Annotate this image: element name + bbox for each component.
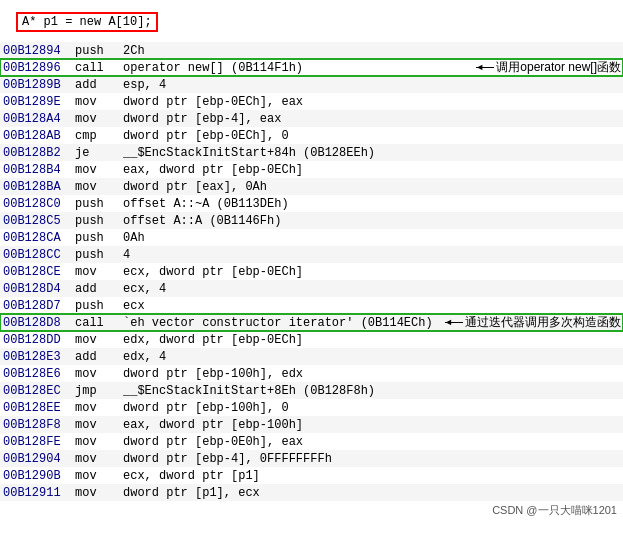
cell-addr: 00B1290B (0, 467, 72, 484)
cell-mnemonic: call (72, 59, 120, 76)
cell-operands: 0Ah (120, 229, 623, 246)
cell-addr: 00B128E6 (0, 365, 72, 382)
table-row: 00B128ECjmp__$EncStackInitStart+8Eh (0B1… (0, 382, 623, 399)
cell-mnemonic: add (72, 280, 120, 297)
cell-mnemonic: push (72, 195, 120, 212)
cell-operands: dword ptr [ebp-4], eax (120, 110, 623, 127)
cell-operands: 4 (120, 246, 623, 263)
cell-operands: dword ptr [ebp-0ECh], eax (120, 93, 623, 110)
cell-mnemonic: push (72, 297, 120, 314)
annotation2-text: 通过迭代器调用多次构造函数 (465, 314, 621, 331)
table-row: 00B128F8moveax, dword ptr [ebp-100h] (0, 416, 623, 433)
table-row: 00B12894push2Ch (0, 42, 623, 59)
table-row: 00B128ABcmpdword ptr [ebp-0ECh], 0 (0, 127, 623, 144)
cell-mnemonic: mov (72, 450, 120, 467)
cell-addr: 00B12911 (0, 484, 72, 501)
cell-operands: dword ptr [ebp-100h], 0 (120, 399, 623, 416)
cell-addr: 00B128BA (0, 178, 72, 195)
cell-mnemonic: push (72, 42, 120, 59)
cell-mnemonic: mov (72, 365, 120, 382)
cell-operands: ecx, dword ptr [p1] (120, 467, 623, 484)
table-row: 00B128CCpush4 (0, 246, 623, 263)
cell-addr: 00B12896 (0, 59, 72, 76)
cell-operands: eax, dword ptr [ebp-0ECh] (120, 161, 623, 178)
table-row: 00B128BAmovdword ptr [eax], 0Ah (0, 178, 623, 195)
annotation-call-new: ◄ 调用operator new[]函数 (476, 59, 621, 76)
table-row: 00B128B4moveax, dword ptr [ebp-0ECh] (0, 161, 623, 178)
cell-mnemonic: push (72, 246, 120, 263)
cell-mnemonic: mov (72, 399, 120, 416)
cell-operands: eax, dword ptr [ebp-100h] (120, 416, 623, 433)
cell-mnemonic: add (72, 76, 120, 93)
cell-addr: 00B128E3 (0, 348, 72, 365)
cell-operands: dword ptr [ebp-100h], edx (120, 365, 623, 382)
cell-addr: 00B128EC (0, 382, 72, 399)
cell-mnemonic: mov (72, 263, 120, 280)
table-row: 00B128B2je__$EncStackInitStart+84h (0B12… (0, 144, 623, 161)
asm-listing: 00B12894push2Ch00B12896calloperator new[… (0, 42, 623, 501)
cell-operands: edx, 4 (120, 348, 623, 365)
cell-mnemonic: mov (72, 433, 120, 450)
cell-addr: 00B12894 (0, 42, 72, 59)
cell-operands: dword ptr [eax], 0Ah (120, 178, 623, 195)
cell-operands: dword ptr [p1], ecx (120, 484, 623, 501)
cell-operands: esp, 4 (120, 76, 623, 93)
cell-mnemonic: push (72, 212, 120, 229)
cell-operands: dword ptr [ebp-0E0h], eax (120, 433, 623, 450)
table-row: 00B128D4addecx, 4 (0, 280, 623, 297)
cell-operands: 2Ch (120, 42, 623, 59)
table-row: 00B128DDmovedx, dword ptr [ebp-0ECh] (0, 331, 623, 348)
annotation-iterator: ◄ 通过迭代器调用多次构造函数 (445, 314, 621, 331)
cell-addr: 00B128B4 (0, 161, 72, 178)
table-row: 00B128C5pushoffset A::A (0B1146Fh) (0, 212, 623, 229)
table-row: 00B128CEmovecx, dword ptr [ebp-0ECh] (0, 263, 623, 280)
cell-addr: 00B1289B (0, 76, 72, 93)
cell-operands: offset A::~A (0B113DEh) (120, 195, 623, 212)
cell-operands: __$EncStackInitStart+84h (0B128EEh) (120, 144, 623, 161)
cell-addr: 00B128A4 (0, 110, 72, 127)
main-container: A* p1 = new A[10]; 00B12894push2Ch00B128… (0, 0, 623, 522)
cell-operands: offset A::A (0B1146Fh) (120, 212, 623, 229)
table-row: 00B128A4movdword ptr [ebp-4], eax (0, 110, 623, 127)
cell-addr: 00B128C0 (0, 195, 72, 212)
cell-operands: edx, dword ptr [ebp-0ECh] (120, 331, 623, 348)
cell-mnemonic: mov (72, 93, 120, 110)
annotation1-text: 调用operator new[]函数 (496, 59, 621, 76)
cell-operands: ecx, dword ptr [ebp-0ECh] (120, 263, 623, 280)
cell-mnemonic: mov (72, 416, 120, 433)
table-row: 00B128FEmovdword ptr [ebp-0E0h], eax (0, 433, 623, 450)
cell-mnemonic: call (72, 314, 120, 331)
cell-mnemonic: je (72, 144, 120, 161)
cell-addr: 00B128B2 (0, 144, 72, 161)
cell-operands: ecx (120, 297, 623, 314)
table-row: 00B128E6movdword ptr [ebp-100h], edx (0, 365, 623, 382)
cell-mnemonic: push (72, 229, 120, 246)
table-row: 00B128CApush0Ah (0, 229, 623, 246)
table-row: 00B1290Bmovecx, dword ptr [p1] (0, 467, 623, 484)
cell-addr: 00B12904 (0, 450, 72, 467)
cell-mnemonic: cmp (72, 127, 120, 144)
table-row: 00B128EEmovdword ptr [ebp-100h], 0 (0, 399, 623, 416)
cell-addr: 00B128D7 (0, 297, 72, 314)
cell-operands: dword ptr [ebp-4], 0FFFFFFFFh (120, 450, 623, 467)
cell-addr: 00B128CC (0, 246, 72, 263)
cell-addr: 00B128CE (0, 263, 72, 280)
table-row: 00B1289Baddesp, 4 (0, 76, 623, 93)
cell-mnemonic: mov (72, 110, 120, 127)
cell-mnemonic: add (72, 348, 120, 365)
table-row: 00B128E3addedx, 4 (0, 348, 623, 365)
cell-addr: 00B128EE (0, 399, 72, 416)
table-row: 00B128D7pushecx (0, 297, 623, 314)
cell-mnemonic: mov (72, 161, 120, 178)
cell-addr: 00B1289E (0, 93, 72, 110)
cell-operands: __$EncStackInitStart+8Eh (0B128F8h) (120, 382, 623, 399)
table-row: 00B1289Emovdword ptr [ebp-0ECh], eax (0, 93, 623, 110)
cell-addr: 00B128C5 (0, 212, 72, 229)
table-row: 00B12911movdword ptr [p1], ecx (0, 484, 623, 501)
cell-addr: 00B128D4 (0, 280, 72, 297)
cell-mnemonic: mov (72, 178, 120, 195)
cell-addr: 00B128FE (0, 433, 72, 450)
cell-mnemonic: mov (72, 484, 120, 501)
cell-operands: ecx, 4 (120, 280, 623, 297)
cell-addr: 00B128CA (0, 229, 72, 246)
